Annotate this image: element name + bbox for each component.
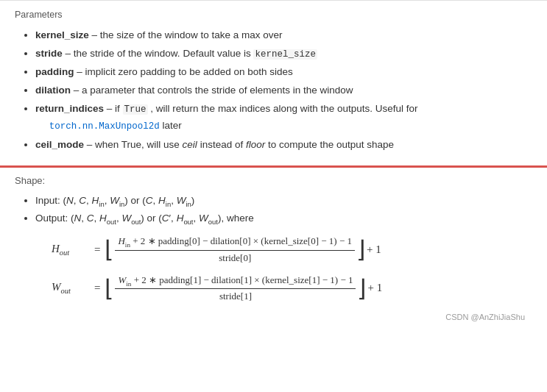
param-desc: to compute the output shape: [268, 139, 394, 150]
param-name: stride: [35, 48, 63, 59]
param-name: padding: [35, 66, 74, 77]
list-item: ceil_mode – when True, will use ceil ins…: [35, 137, 532, 154]
wout-lhs: Wout: [52, 281, 88, 295]
fraction-wout: Win + 2 ∗ padding[1] − dilation[1] × (ke…: [115, 274, 356, 303]
plus-one-hout: + 1: [367, 243, 381, 256]
param-desc: later: [163, 120, 182, 131]
floor-right: ⌋: [356, 238, 365, 261]
param-name: dilation: [35, 85, 71, 96]
hout-lhs: Hout: [52, 243, 88, 257]
hout-row: Hout = ⌊ Hin + 2 ∗ padding[0] − dilation…: [52, 235, 532, 264]
plus-one-wout: + 1: [367, 282, 382, 294]
param-name: kernel_size: [35, 29, 89, 40]
param-name: return_indices: [35, 103, 104, 114]
list-item: return_indices – if True , will return t…: [35, 101, 532, 135]
list-item: dilation – a parameter that controls the…: [35, 82, 532, 99]
italic-floor: floor: [246, 139, 265, 150]
shape-list: Input: (N, C, Hin, Win) or (C, Hin, Win)…: [15, 192, 532, 228]
code-inline: True: [123, 104, 148, 115]
equals-sign: =: [94, 243, 100, 256]
wout-row: Wout = ⌊ Win + 2 ∗ padding[1] − dilation…: [52, 274, 532, 303]
equals-sign-w: =: [94, 282, 100, 294]
list-item: stride – the stride of the window. Defau…: [35, 46, 532, 63]
param-desc: – a parameter that controls the stride o…: [74, 85, 353, 96]
list-item: Input: (N, C, Hin, Win) or (C, Hin, Win): [35, 192, 532, 210]
numerator-wout: Win + 2 ∗ padding[1] − dilation[1] × (ke…: [115, 274, 356, 290]
formula-hout: Hout = ⌊ Hin + 2 ∗ padding[0] − dilation…: [52, 235, 532, 264]
param-desc: – when True, will use: [87, 139, 183, 150]
italic-ceil: ceil: [183, 139, 197, 150]
param-name: ceil_mode: [35, 139, 84, 150]
floor-left-w: ⌊: [105, 277, 113, 300]
param-desc: , will return the max indices along with…: [150, 103, 417, 114]
code-inline: kernel_size: [253, 49, 317, 60]
list-item: Output: (N, C, Hout, Wout) or (C′, Hout,…: [35, 210, 532, 228]
parameters-list: kernel_size – the size of the window to …: [15, 27, 532, 154]
param-desc: instead of: [200, 139, 246, 150]
parameters-section: Parameters kernel_size – the size of the…: [0, 0, 547, 165]
param-desc: – the size of the window to take a max o…: [92, 29, 283, 40]
list-item: padding – implicit zero padding to be ad…: [35, 64, 532, 81]
denominator-wout: stride[1]: [216, 289, 255, 302]
fraction-hout: Hin + 2 ∗ padding[0] − dilation[0] × (ke…: [115, 235, 355, 264]
link-torch[interactable]: torch.nn.MaxUnpool2d: [49, 121, 160, 132]
shape-title: Shape:: [15, 175, 532, 186]
param-desc: – implicit zero padding to be added on b…: [77, 66, 292, 77]
numerator-hout: Hin + 2 ∗ padding[0] − dilation[0] × (ke…: [115, 235, 355, 251]
floor-left: ⌊: [105, 238, 113, 261]
output-label: Output: (N, C, Hout, Wout) or (C′, Hout,…: [35, 213, 254, 224]
formula-wout: Wout = ⌊ Win + 2 ∗ padding[1] − dilation…: [52, 274, 532, 303]
parameters-title: Parameters: [15, 10, 532, 20]
watermark: CSDN @AnZhiJiaShu: [15, 313, 532, 321]
param-desc: – the stride of the window. Default valu…: [66, 48, 254, 59]
list-item: kernel_size – the size of the window to …: [35, 27, 532, 44]
shape-section: Shape: Input: (N, C, Hin, Win) or (C, Hi…: [0, 165, 547, 332]
param-desc: – if: [107, 103, 123, 114]
input-label: Input: (N, C, Hin, Win) or (C, Hin, Win): [35, 195, 194, 206]
floor-right-w: ⌋: [357, 277, 366, 300]
denominator-hout: stride[0]: [216, 251, 254, 264]
